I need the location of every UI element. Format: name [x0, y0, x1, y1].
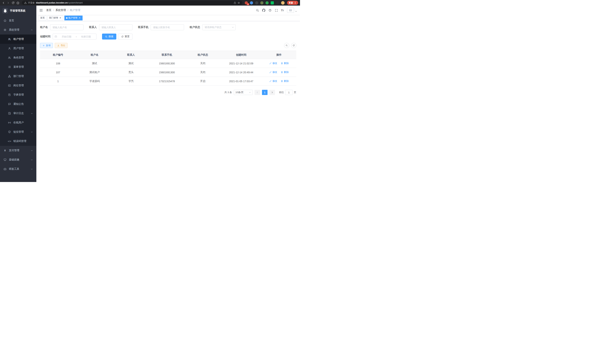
- browser-home-icon[interactable]: [16, 1, 19, 4]
- users-icon: [8, 38, 11, 41]
- sidebar-item-online[interactable]: 在线用户: [0, 118, 36, 127]
- reload-icon[interactable]: [11, 1, 15, 4]
- page-number-1[interactable]: 1: [262, 90, 268, 95]
- extension-icon-1[interactable]: 10: [245, 1, 248, 4]
- toggle-search-button[interactable]: [284, 43, 289, 48]
- search-button[interactable]: 搜索: [102, 34, 116, 39]
- edit-link[interactable]: 修改: [269, 71, 277, 74]
- cell-created: 2021-12-14 20:49:44: [221, 68, 262, 77]
- reset-button[interactable]: 重置: [118, 34, 132, 39]
- contact-input[interactable]: [99, 25, 132, 30]
- delete-link[interactable]: 删除: [281, 79, 289, 83]
- arrow-right-icon: [271, 91, 273, 93]
- sidebar-item-post[interactable]: 岗位管理: [0, 81, 36, 90]
- not-secure-label: 不安全: [28, 1, 35, 4]
- refresh-table-button[interactable]: [291, 43, 296, 48]
- sidebar-item-label: 研发工具: [9, 167, 19, 171]
- tenant-name-input[interactable]: [50, 25, 83, 30]
- address-bar[interactable]: 不安全 dashboard.yudao.iocoder.cn/system/te…: [22, 0, 242, 5]
- sidebar-item-system[interactable]: 系统管理: [0, 25, 36, 35]
- cell-name: 测试租户: [76, 68, 113, 77]
- page-size-select[interactable]: 10条/页: [234, 90, 253, 95]
- extension-icon-7[interactable]: [276, 1, 279, 4]
- sidebar-item-dict[interactable]: 字典管理: [0, 90, 36, 99]
- github-icon[interactable]: [262, 9, 265, 12]
- extension-icon-3[interactable]: [255, 1, 258, 4]
- not-secure-warning-icon[interactable]: [24, 1, 27, 4]
- tab-home[interactable]: 首页: [38, 16, 46, 20]
- list-icon: [8, 65, 11, 68]
- cell-status: 关闭: [185, 59, 221, 68]
- sidebar-item-dept[interactable]: 部门管理: [0, 72, 36, 81]
- sidebar-item-tenant[interactable]: 租户管理: [0, 35, 36, 44]
- fullscreen-icon[interactable]: [275, 9, 278, 12]
- cell-name: 芋道源码: [76, 77, 113, 86]
- sidebar-item-payment[interactable]: ¥ 支付管理: [0, 146, 36, 155]
- col-header-name: 租户名: [76, 51, 113, 59]
- breadcrumb-system[interactable]: 系统管理: [56, 9, 66, 12]
- logo[interactable]: 芋道管理系统: [0, 6, 36, 16]
- prev-page-button[interactable]: [254, 90, 260, 95]
- profile-avatar-icon[interactable]: [281, 1, 285, 5]
- cell-created: 2021-01-05 17:03:47: [221, 77, 262, 86]
- refresh-icon: [293, 44, 295, 47]
- tab-close-icon[interactable]: ✕: [78, 17, 81, 19]
- reset-button-label: 重置: [125, 35, 130, 38]
- share-icon[interactable]: [234, 1, 236, 4]
- trash-icon: [281, 62, 283, 65]
- cell-contact: 芋艿: [113, 77, 149, 86]
- sidebar-item-home[interactable]: 首页: [0, 16, 36, 25]
- export-button[interactable]: 导出: [55, 43, 67, 48]
- extension-icon-6[interactable]: [271, 1, 274, 4]
- date-range-picker[interactable]: -: [53, 34, 96, 39]
- sidebar-item-user[interactable]: 用户管理: [0, 44, 36, 53]
- delete-link[interactable]: 删除: [281, 71, 289, 74]
- edit-link[interactable]: 修改: [269, 62, 277, 65]
- sidebar-item-menu[interactable]: 菜单管理: [0, 62, 36, 72]
- breadcrumb-home[interactable]: 首页: [46, 9, 51, 12]
- date-end-input[interactable]: [77, 35, 95, 38]
- tab-dept[interactable]: 部门管理 ✕: [47, 16, 63, 20]
- status-select[interactable]: 请选择租户状态: [202, 24, 236, 30]
- sidebar-item-errorcode[interactable]: </> 错误码管理: [0, 137, 36, 146]
- header-search-icon[interactable]: [256, 9, 259, 12]
- tab-label: 首页: [40, 16, 45, 19]
- browser-menu-icon[interactable]: ⋮: [294, 1, 297, 4]
- goto-page-input[interactable]: [285, 90, 293, 95]
- edit-link[interactable]: 修改: [269, 79, 277, 83]
- sidebar-item-audit[interactable]: 审计日志: [0, 109, 36, 118]
- sidebar-item-notice[interactable]: 通知公告: [0, 99, 36, 109]
- sidebar-item-infrastructure[interactable]: 基础设施: [0, 155, 36, 164]
- back-icon[interactable]: [2, 1, 5, 4]
- bookmark-star-icon[interactable]: [237, 1, 240, 4]
- help-icon[interactable]: [268, 9, 272, 12]
- chevron-down-icon: [31, 131, 33, 133]
- tab-tenant[interactable]: 租户管理 ✕: [64, 16, 83, 20]
- forward-icon[interactable]: [7, 1, 10, 4]
- browser-update-button[interactable]: 更新 ⋮: [287, 1, 298, 5]
- next-page-button[interactable]: [269, 90, 275, 95]
- col-header-id: 租户编号: [40, 51, 76, 59]
- add-button-label: 新增: [46, 44, 50, 47]
- sidebar-item-devtools[interactable]: 研发工具: [0, 164, 36, 174]
- add-button[interactable]: 新增: [40, 43, 53, 48]
- user-avatar-menu[interactable]: [287, 8, 297, 13]
- sidebar-item-role[interactable]: 角色管理: [0, 53, 36, 62]
- phone-input[interactable]: [151, 25, 184, 30]
- url-host: dashboard.yudao.iocoder.cn: [36, 1, 67, 4]
- monitor-icon: [3, 158, 7, 161]
- sidebar-item-label: 首页: [9, 19, 14, 22]
- hamburger-icon[interactable]: [39, 9, 43, 12]
- delete-link[interactable]: 删除: [281, 62, 289, 65]
- chevron-down-icon: [31, 159, 33, 161]
- font-size-icon[interactable]: TT: [281, 9, 284, 12]
- field-label: 创建时间: [40, 35, 50, 38]
- date-separator: -: [76, 35, 77, 38]
- date-start-input[interactable]: [58, 35, 75, 38]
- extension-icon-4[interactable]: [260, 1, 263, 4]
- extension-icon-5[interactable]: [265, 1, 269, 4]
- extension-icon-2[interactable]: [250, 1, 253, 4]
- page-size-value: 10条/页: [235, 91, 244, 94]
- sidebar-item-sms[interactable]: 短信管理: [0, 127, 36, 137]
- tab-close-icon[interactable]: ✕: [59, 17, 62, 19]
